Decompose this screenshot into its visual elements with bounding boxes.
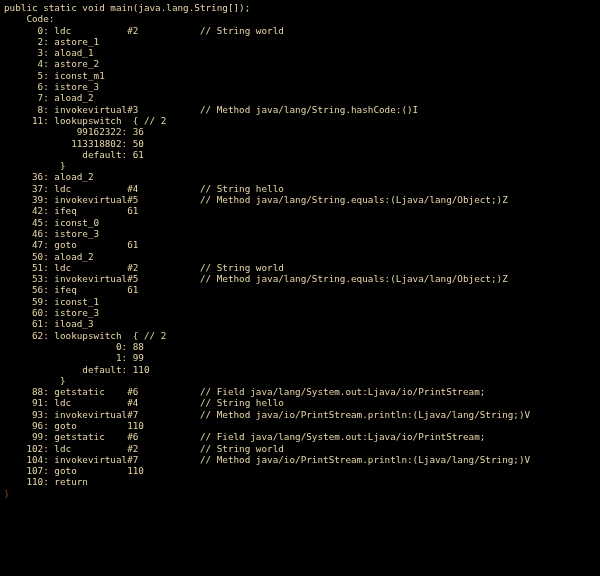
method-signature: public static void main(java.lang.String… [4,2,250,13]
instruction-block: 0: ldc #2 // String world 2: astore_1 3:… [4,25,530,488]
code-label [4,13,26,24]
closing-brace: } [4,488,10,499]
bytecode-listing: public static void main(java.lang.String… [0,0,600,503]
